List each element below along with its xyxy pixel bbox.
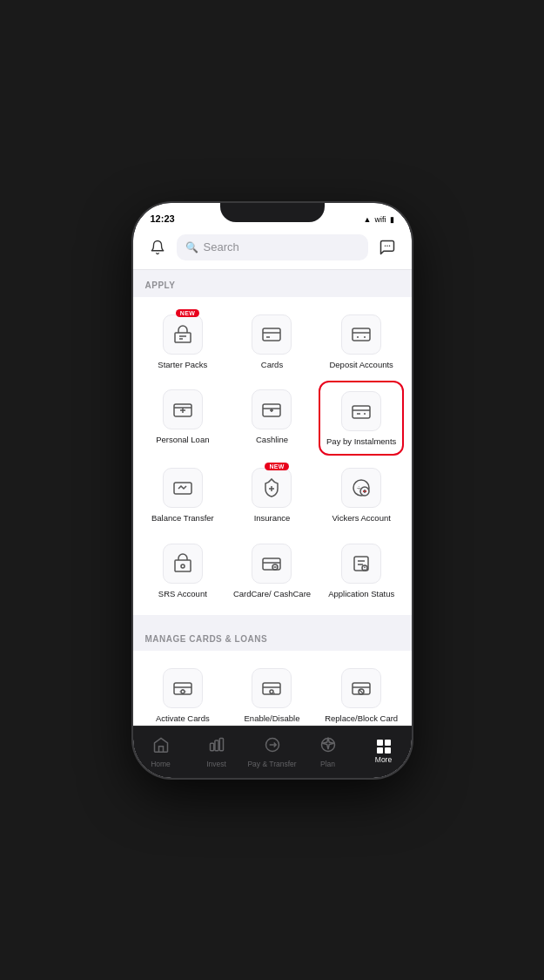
svg-point-39: [181, 690, 185, 693]
personal-loan-item[interactable]: Personal Loan: [140, 381, 226, 456]
cashline-item[interactable]: Cashline: [229, 381, 315, 456]
replace-block-card-icon-box: [341, 668, 381, 708]
insurance-badge: NEW: [265, 463, 288, 470]
tab-more[interactable]: More: [356, 727, 412, 778]
cards-icon-box: [252, 314, 292, 355]
cashline-label: Cashline: [256, 435, 288, 445]
manage-section-label: MANAGE CARDS & LOANS: [133, 624, 412, 651]
tab-invest-label: Invest: [206, 760, 226, 768]
home-icon: [152, 736, 170, 758]
starter-packs-item[interactable]: NEW Starter Packs: [140, 306, 226, 377]
application-status-label: Application Status: [328, 589, 394, 599]
svg-rect-48: [210, 743, 213, 750]
vickers-account-item[interactable]: ÷ Vickers Account: [319, 459, 405, 531]
deposit-accounts-label: Deposit Accounts: [329, 360, 393, 370]
tab-pay-transfer-label: Pay & Transfer: [247, 760, 296, 768]
search-placeholder: Search: [204, 240, 239, 253]
application-status-item[interactable]: Application Status: [319, 535, 405, 606]
notch: [220, 203, 325, 222]
manage-grid: Activate Cards Enable/Disable: [140, 659, 405, 726]
deposit-accounts-icon-box: [341, 314, 381, 355]
status-icons: ▲ wifi ▮: [364, 215, 394, 224]
cardcare-item[interactable]: CardCare/ CashCare: [229, 535, 315, 606]
plan-icon: [319, 736, 337, 758]
header: 🔍 Search: [133, 227, 412, 270]
tab-pay-transfer[interactable]: Pay & Transfer: [245, 727, 300, 778]
svg-rect-37: [174, 683, 191, 694]
tab-invest[interactable]: Invest: [189, 727, 245, 778]
insurance-icon-box: [252, 468, 292, 508]
insurance-item[interactable]: NEW Insurance: [229, 459, 315, 531]
invest-icon: [208, 736, 225, 758]
replace-block-card-label: Replace/Block Card: [325, 713, 398, 724]
svg-line-47: [359, 690, 363, 693]
srs-account-icon-box: [163, 544, 203, 584]
personal-loan-label: Personal Loan: [156, 435, 209, 445]
svg-point-26: [181, 564, 185, 568]
tab-home-label: Home: [151, 760, 171, 768]
cardcare-label: CardCare/ CashCare: [233, 589, 311, 599]
section-divider: [133, 617, 412, 624]
cards-label: Cards: [261, 360, 283, 370]
manage-grid-section: Activate Cards Enable/Disable: [133, 651, 412, 726]
pay-by-instalments-item[interactable]: Pay by Instalments: [319, 381, 405, 456]
scroll-content: APPLY NEW Sta: [133, 270, 412, 726]
balance-transfer-icon-box: [163, 468, 203, 508]
balance-transfer-item[interactable]: Balance Transfer: [140, 459, 226, 531]
personal-loan-icon-box: [163, 389, 203, 429]
signal-icon: ▲: [364, 215, 372, 224]
balance-transfer-label: Balance Transfer: [151, 513, 214, 524]
svg-rect-50: [219, 738, 223, 750]
tab-bar: Home Invest: [133, 726, 412, 778]
apply-section-label: APPLY: [133, 270, 412, 297]
apply-grid-section: NEW Starter Packs: [133, 297, 412, 615]
status-time: 12:23: [151, 213, 175, 224]
tab-more-label: More: [375, 755, 392, 764]
tab-home[interactable]: Home: [133, 727, 189, 778]
replace-block-card-item[interactable]: Replace/Block Card: [319, 659, 405, 726]
battery-icon: ▮: [390, 215, 394, 224]
bell-button[interactable]: [145, 235, 170, 260]
starter-packs-label: Starter Packs: [158, 360, 207, 370]
svg-rect-40: [263, 683, 280, 694]
pay-by-instalments-label: Pay by Instalments: [326, 436, 396, 447]
vickers-account-label: Vickers Account: [332, 513, 390, 524]
vickers-account-icon-box: ÷: [341, 468, 381, 508]
search-bar[interactable]: 🔍 Search: [177, 234, 368, 260]
svg-rect-9: [353, 328, 370, 341]
apply-grid: NEW Starter Packs: [140, 306, 405, 606]
enable-disable-overseas-label: Enable/Disable Overseas Use: [232, 713, 312, 726]
starter-packs-icon-box: [163, 314, 203, 355]
enable-disable-overseas-icon-box: [252, 668, 292, 708]
svg-rect-25: [175, 560, 191, 571]
wifi-icon: wifi: [375, 215, 386, 224]
tab-plan[interactable]: Plan: [300, 727, 356, 778]
phone-screen: 12:23 ▲ wifi ▮ 🔍 Search: [133, 203, 412, 778]
chat-button[interactable]: [375, 235, 400, 260]
svg-rect-49: [214, 740, 218, 751]
svg-point-36: [365, 569, 366, 570]
srs-account-item[interactable]: SRS Account: [140, 535, 226, 606]
svg-point-42: [270, 690, 273, 693]
cashline-icon-box: [252, 389, 292, 429]
search-icon: 🔍: [185, 241, 198, 253]
pay-transfer-icon: [264, 736, 281, 758]
cards-item[interactable]: Cards: [229, 306, 315, 377]
tab-plan-label: Plan: [320, 760, 335, 768]
activate-cards-icon-box: [163, 668, 203, 708]
cardcare-icon-box: [252, 544, 292, 584]
srs-account-label: SRS Account: [158, 589, 207, 599]
pay-by-instalments-icon-box: [341, 391, 381, 431]
svg-rect-15: [353, 406, 370, 418]
svg-rect-3: [175, 333, 191, 342]
more-icon: [377, 740, 391, 754]
activate-cards-item[interactable]: Activate Cards: [140, 659, 226, 726]
application-status-icon-box: [341, 544, 381, 584]
insurance-label: Insurance: [254, 513, 291, 524]
svg-rect-6: [263, 328, 280, 341]
starter-packs-badge: NEW: [176, 309, 199, 317]
phone-shell: 12:23 ▲ wifi ▮ 🔍 Search: [133, 203, 412, 778]
enable-disable-overseas-item[interactable]: Enable/Disable Overseas Use: [229, 659, 315, 726]
deposit-accounts-item[interactable]: Deposit Accounts: [319, 306, 405, 377]
activate-cards-label: Activate Cards: [156, 713, 210, 724]
